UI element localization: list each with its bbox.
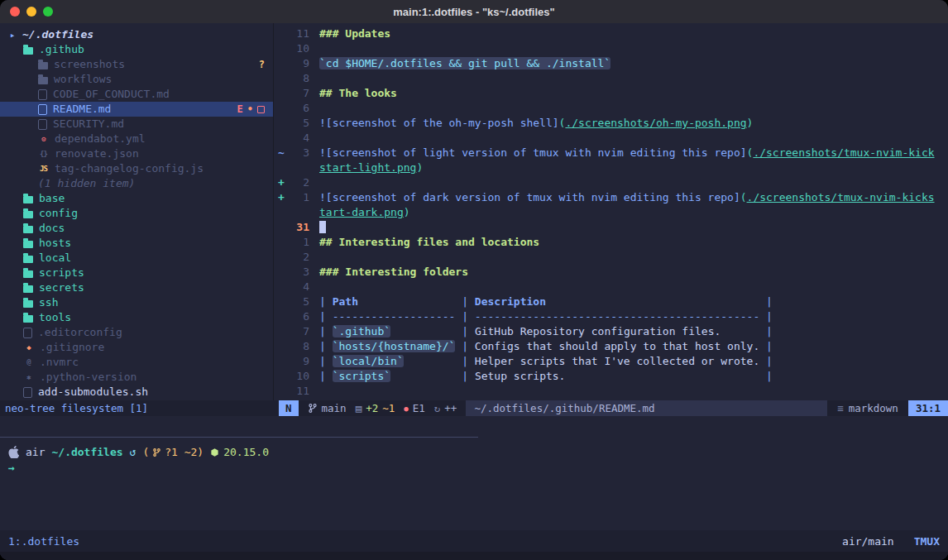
editor-line[interactable]: 11### Updates — [274, 27, 948, 42]
filetype-label: markdown — [849, 402, 898, 414]
editor-line[interactable]: ~3![screenshot of light version of tmux … — [274, 146, 948, 161]
editor-line[interactable]: 10 — [274, 42, 948, 57]
editor-line[interactable]: +1![screenshot of dark version of tmux w… — [274, 191, 948, 206]
tree-item-github[interactable]: .github — [0, 42, 273, 57]
text-segment: | — [759, 325, 773, 337]
git-sign — [274, 102, 290, 117]
editor-line[interactable]: 8| `hosts/{hostname}/` | Configs that sh… — [274, 340, 948, 355]
text-segment: Setup scripts. — [475, 370, 566, 382]
chevron-icon: ▸ — [8, 30, 17, 41]
tree-item-readme-md[interactable]: README.mdE• — [0, 102, 273, 117]
tree-item-base[interactable]: base — [0, 191, 273, 206]
tree-item-1-hidden-item[interactable]: (1 hidden item) — [0, 176, 273, 191]
zoom-button[interactable] — [43, 7, 53, 17]
tmux-session-area: ▸~/.dotfiles.githubscreenshots?workflows… — [0, 23, 948, 560]
git-sign — [274, 280, 290, 295]
tree-item-secrets[interactable]: secrets — [0, 280, 273, 295]
text-segment — [358, 295, 455, 308]
editor-line[interactable]: 5![screenshot of the oh-my-posh shell](.… — [274, 117, 948, 132]
editor-line[interactable]: start-light.png) — [274, 161, 948, 176]
editor-line[interactable]: 5| Path | Description | — [274, 295, 948, 310]
yaml-icon: ⚙ — [38, 135, 49, 143]
tree-item-security-md[interactable]: SECURITY.md — [0, 117, 273, 132]
neo-tree-panel[interactable]: ▸~/.dotfiles.githubscreenshots?workflows… — [0, 23, 273, 400]
editor-line[interactable]: 6| ------------------- | ---------------… — [274, 310, 948, 325]
line-text — [309, 72, 319, 87]
statusline: neo-tree filesystem [1] N main ▤ +2 ~1 ● — [0, 400, 948, 416]
git-unstaged-badge — [257, 106, 265, 113]
tree-item-gitignore[interactable]: ◆.gitignore — [0, 340, 273, 355]
text-segment: | — [319, 295, 333, 308]
folder-icon — [23, 211, 33, 218]
editor-line[interactable]: +2 — [274, 176, 948, 191]
git-sign — [274, 206, 290, 221]
editor-line[interactable]: 7| `.github` | GitHub Repository configu… — [274, 325, 948, 340]
line-text: | `local/bin` | Helper scripts that I've… — [309, 355, 773, 370]
line-text — [309, 176, 319, 191]
tree-item-tools[interactable]: tools — [0, 310, 273, 325]
line-number: 3 — [290, 266, 309, 280]
close-button[interactable] — [10, 7, 20, 17]
tree-item-renovate-json[interactable]: {}renovate.json — [0, 146, 273, 161]
node-version: 20.15.0 — [223, 446, 269, 458]
editor-line[interactable]: 11 — [274, 385, 948, 400]
shell-pane[interactable]: air ~/.dotfiles ↺ ( ?1 ~2) 20.15.0 → — [8, 444, 940, 476]
text-segment: ![screenshot of dark version of tmux wit… — [319, 191, 740, 203]
text-segment: ----------------------------------------… — [475, 310, 759, 323]
editor-line[interactable]: 2 — [274, 251, 948, 266]
line-number: 6 — [290, 310, 309, 325]
node-icon — [210, 448, 219, 457]
tree-item-add-submodules-sh[interactable]: add-submodules.sh — [0, 385, 273, 400]
status-badges: ? — [259, 59, 273, 70]
editor-line[interactable]: 7## The looks — [274, 87, 948, 102]
tree-item-python-version[interactable]: ✱.python-version — [0, 370, 273, 385]
tree-item-tag-changelog-config-js[interactable]: JStag-changelog-config.js — [0, 161, 273, 176]
editor-line[interactable]: 6 — [274, 102, 948, 117]
tree-item-label: .github — [39, 42, 84, 57]
editor-line[interactable]: 31 — [274, 221, 948, 236]
text-segment: ## Interesting files and locations — [319, 236, 539, 248]
editor-pane[interactable]: 11### Updates 10 9`cd $HOME/.dotfiles &&… — [274, 23, 948, 400]
editor-line[interactable]: 10| `scripts` | Setup scripts. | — [274, 370, 948, 385]
text-segment: ./screenshots/tmux-nvim-kicks — [747, 191, 935, 203]
text-segment: | — [759, 310, 773, 323]
tmux-window-item[interactable]: 1:.dotfiles — [8, 535, 79, 548]
text-segment: ( — [740, 191, 747, 203]
minimize-button[interactable] — [26, 7, 36, 17]
tree-item-config[interactable]: config — [0, 206, 273, 221]
text-segment: ./screenshots/oh-my-posh.png — [565, 117, 746, 129]
editor-line[interactable]: 3### Interesting folders — [274, 266, 948, 280]
editor-line[interactable]: 4 — [274, 280, 948, 295]
line-text: | ------------------- | ----------------… — [309, 310, 773, 325]
tree-item-ssh[interactable]: ssh — [0, 295, 273, 310]
line-number: 10 — [290, 42, 309, 57]
line-text: ![screenshot of light version of tmux wi… — [309, 146, 935, 161]
tmux-status-bar: 1:.dotfiles air/main TMUX — [0, 530, 948, 552]
editor-line[interactable]: 4 — [274, 132, 948, 146]
tree-item-editorconfig[interactable]: .editorconfig — [0, 325, 273, 340]
git-sign — [274, 57, 290, 72]
line-number: 7 — [290, 325, 309, 340]
tree-item-hosts[interactable]: hosts — [0, 236, 273, 251]
tree-item-label: tools — [39, 310, 71, 325]
editor-line[interactable]: 9| `local/bin` | Helper scripts that I'v… — [274, 355, 948, 370]
tree-item-dependabot-yml[interactable]: ⚙dependabot.yml — [0, 132, 273, 146]
folder-icon — [23, 300, 33, 308]
line-number: 4 — [290, 280, 309, 295]
tmux-pane-divider[interactable] — [0, 437, 478, 438]
tree-item-workflows[interactable]: workflows — [0, 72, 273, 87]
editor-line[interactable]: 1## Interesting files and locations — [274, 236, 948, 251]
tree-item-local[interactable]: local — [0, 251, 273, 266]
tree-item-code-of-conduct-md[interactable]: CODE_OF_CONDUCT.md — [0, 87, 273, 102]
tree-item-nvmrc[interactable]: @.nvmrc — [0, 355, 273, 370]
editor-line[interactable]: tart-dark.png) — [274, 206, 948, 221]
editor-line[interactable]: 8 — [274, 72, 948, 87]
tree-item-dotfiles[interactable]: ▸~/.dotfiles — [0, 27, 273, 42]
editor-line[interactable]: 9`cd $HOME/.dotfiles && git pull && ./in… — [274, 57, 948, 72]
tree-item-screenshots[interactable]: screenshots? — [0, 57, 273, 72]
tree-item-scripts[interactable]: scripts — [0, 266, 273, 280]
sync-icon: ↺ — [130, 446, 136, 458]
tree-item-label: CODE_OF_CONDUCT.md — [53, 87, 170, 102]
tree-item-docs[interactable]: docs — [0, 221, 273, 236]
text-segment: `cd $HOME/.dotfiles && git pull && ./ins… — [319, 57, 610, 69]
